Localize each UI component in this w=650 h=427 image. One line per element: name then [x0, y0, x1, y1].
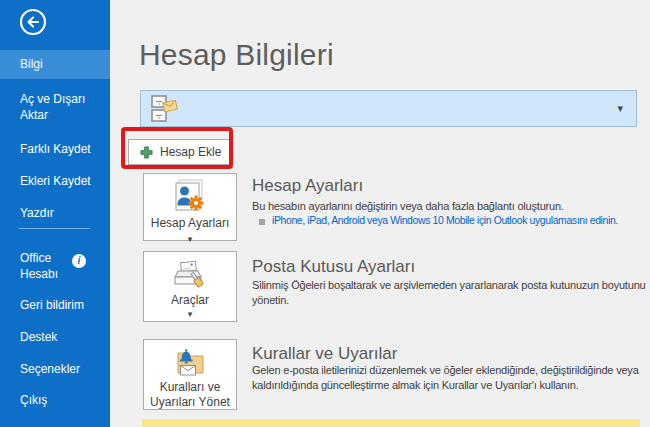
manage-rules-alerts-button[interactable]: Kuralları ve Uyarıları Yönet — [143, 339, 237, 410]
account-settings-button-label: Hesap Ayarları — [151, 216, 230, 230]
section-heading-rules-alerts: Kurallar ve Uyarılar — [252, 344, 398, 364]
sidebar-item-ac-ve-disari-aktar[interactable]: Aç ve Dışarı Aktar — [20, 91, 104, 123]
dropdown-caret-icon[interactable]: ▾ — [617, 102, 623, 115]
sidebar-divider — [19, 228, 90, 229]
bottom-yellow-bar — [142, 419, 640, 427]
sidebar-item-ekleri-kaydet[interactable]: Ekleri Kaydet — [20, 173, 91, 189]
add-account-label: Hesap Ekle — [160, 145, 221, 159]
account-selector-dropdown[interactable]: ▾ — [140, 90, 637, 127]
sidebar-item-bilgi[interactable]: Bilgi — [0, 50, 110, 79]
outlook-backstage-window: Bilgi Aç ve Dışarı Aktar Farklı Kaydet E… — [0, 0, 650, 427]
sidebar-item-geri-bildirim[interactable]: Geri bildirim — [20, 297, 84, 313]
section-description-account-settings: Bu hesabın ayarlarını değiştirin veya da… — [252, 199, 650, 214]
sidebar-item-destek[interactable]: Destek — [20, 329, 57, 345]
add-account-button[interactable]: Hesap Ekle — [128, 139, 233, 165]
mailbox-tools-button[interactable]: Araçlar ▾ — [143, 251, 237, 322]
sidebar-item-farkli-kaydet[interactable]: Farklı Kaydet — [20, 141, 91, 157]
folder-bell-envelope-icon — [172, 344, 208, 378]
info-icon: i — [72, 254, 86, 268]
back-button[interactable] — [19, 8, 47, 36]
sidebar-item-yazdir[interactable]: Yazdır — [20, 205, 54, 221]
sidebar-item-secenekler[interactable]: Seçenekler — [20, 361, 80, 377]
backstage-sidebar: Bilgi Aç ve Dışarı Aktar Farklı Kaydet E… — [0, 0, 110, 427]
sidebar-item-office-hesabi[interactable]: Office Hesabı — [20, 250, 75, 282]
section-heading-mailbox-settings: Posta Kutusu Ayarları — [252, 257, 415, 277]
section-description-mailbox-settings: Silinmiş Öğeleri boşaltarak ve arşivleme… — [252, 278, 650, 308]
person-gear-icon — [172, 179, 208, 213]
dropdown-caret-icon: ▾ — [188, 234, 193, 244]
get-outlook-app-link[interactable]: iPhone, iPad, Android veya Windows 10 Mo… — [272, 214, 618, 226]
manage-rules-alerts-button-label: Kuralları ve Uyarıları Yönet — [149, 380, 231, 410]
page-title: Hesap Bilgileri — [139, 38, 334, 72]
section-description-rules-alerts: Gelen e-posta iletilerinizi düzenlemek v… — [252, 363, 650, 393]
mailbox-account-icon — [148, 93, 180, 129]
mailbox-tools-button-label: Araçlar — [149, 293, 231, 308]
sidebar-item-cikis[interactable]: Çıkış — [20, 392, 47, 408]
plus-icon — [140, 146, 153, 159]
back-arrow-icon — [19, 22, 47, 39]
account-settings-button[interactable]: Hesap Ayarları ▾ — [143, 173, 237, 241]
mailbox-cleanup-icon — [172, 258, 208, 290]
dropdown-caret-icon: ▾ — [188, 310, 193, 319]
bullet-icon — [259, 219, 265, 225]
section-heading-account-settings: Hesap Ayarları — [252, 176, 363, 196]
